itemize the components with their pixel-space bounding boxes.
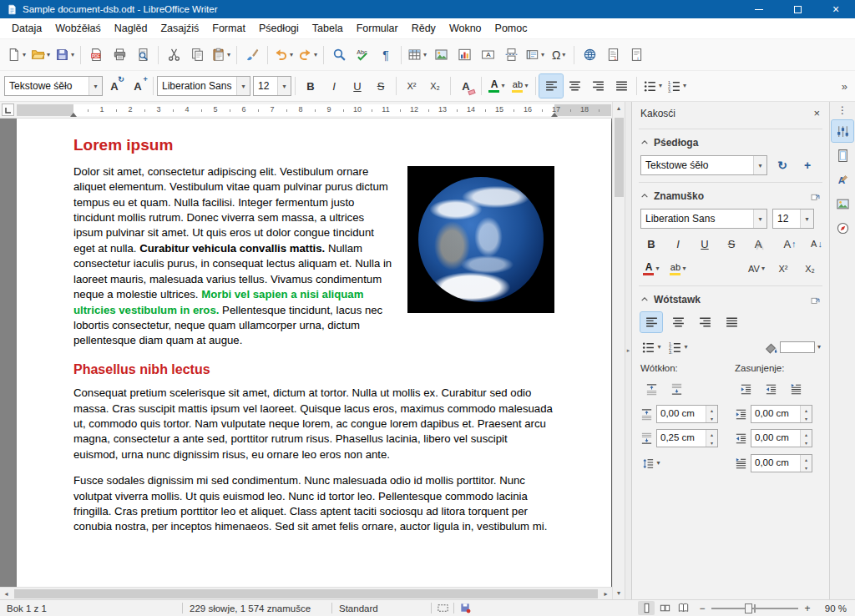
font-color-button[interactable]: A▾ (485, 74, 508, 98)
insert-hyperlink-button[interactable] (578, 43, 601, 67)
chevron-down-icon[interactable]: ▾ (236, 77, 250, 95)
insert-field-button[interactable]: ▾ (523, 43, 547, 67)
sidebar-bullet-list-button[interactable]: ▾ (640, 337, 662, 357)
menu-tools[interactable]: Rědy (405, 19, 443, 38)
sidebar-tab-styles[interactable] (832, 169, 853, 190)
multi-page-view-button[interactable] (656, 601, 673, 615)
chevron-down-icon[interactable]: ▾ (800, 210, 813, 228)
vertical-scrollbar[interactable]: ▴ ▾ (612, 102, 625, 599)
sidebar-numbered-list-button[interactable]: ▾ (667, 337, 689, 357)
toolbar-overflow-button[interactable]: » (837, 78, 852, 94)
menu-insert[interactable]: Zasajźiś (154, 19, 205, 38)
sidebar-superscript-button[interactable]: X² (772, 259, 794, 279)
sidebar-tab-gallery[interactable] (832, 193, 853, 215)
underline-button[interactable]: U (346, 74, 369, 98)
strikethrough-button[interactable]: S (369, 74, 392, 98)
spin-down-icon[interactable]: ▾ (801, 463, 812, 472)
sidebar-align-center-button[interactable] (667, 312, 689, 332)
font-size-combo[interactable]: 12 ▾ (253, 76, 291, 96)
scroll-left-button[interactable]: ◂ (0, 588, 13, 600)
character-spacing-button[interactable]: AV▾ (746, 259, 767, 279)
italic-button[interactable]: I (322, 74, 346, 98)
document-heading-2[interactable]: Phasellus nibh lectus (73, 362, 554, 377)
bold-button[interactable]: B (299, 74, 322, 98)
sidebar-strikethrough-button[interactable]: S (721, 234, 742, 254)
sidebar-align-left-button[interactable] (640, 312, 662, 332)
chevron-down-icon[interactable]: ▾ (753, 156, 766, 174)
chevron-down-icon[interactable]: ▾ (659, 83, 662, 89)
subscript-button[interactable]: X₂ (423, 74, 447, 98)
superscript-button[interactable]: X² (400, 74, 423, 98)
chevron-down-icon[interactable]: ▾ (682, 265, 686, 272)
shrink-font-button[interactable]: A↓ (806, 234, 827, 254)
numbered-list-button[interactable]: ▾ (665, 74, 689, 98)
find-replace-button[interactable] (327, 43, 351, 67)
chevron-down-icon[interactable]: ▾ (683, 83, 686, 89)
sidebar-italic-button[interactable]: I (667, 234, 689, 254)
cut-button[interactable] (162, 43, 185, 67)
spelling-button[interactable] (351, 43, 374, 67)
zoom-out-button[interactable]: − (696, 603, 708, 614)
paragraph-style-combo[interactable]: Tekstowe śěło ▾ (4, 76, 103, 96)
spacing-below-spinbox[interactable]: 0,25 cm ▴▾ (656, 429, 718, 447)
spin-up-icon[interactable]: ▴ (801, 430, 812, 438)
menu-view[interactable]: Naglěd (108, 19, 154, 38)
sidebar-new-style-button[interactable]: + (797, 156, 817, 174)
spin-down-icon[interactable]: ▾ (801, 438, 812, 447)
document-canvas[interactable]: Lorem ipsum Dolor sit amet, consectetur … (0, 119, 612, 587)
sidebar-shadow-button[interactable]: A (747, 234, 769, 254)
chevron-down-icon[interactable]: ▾ (761, 265, 765, 272)
document-modified-status[interactable] (454, 602, 476, 614)
bullet-list-button[interactable]: ▾ (640, 74, 665, 98)
document-paragraph-1[interactable]: Dolor sit amet, consectetur adipiscing e… (73, 164, 554, 349)
spin-down-icon[interactable]: ▾ (706, 414, 717, 422)
zoom-slider-thumb[interactable] (745, 603, 752, 613)
zoom-level[interactable]: 90 % (818, 603, 855, 613)
menu-file[interactable]: Dataja (5, 19, 48, 38)
chevron-down-icon[interactable]: ▾ (655, 265, 659, 272)
sidebar-align-right-button[interactable] (694, 312, 716, 332)
decrease-indent-button[interactable] (760, 379, 782, 399)
sidebar-align-justify-button[interactable] (721, 312, 742, 332)
chevron-down-icon[interactable]: ▾ (277, 77, 291, 95)
sidebar-font-size-combo[interactable]: 12 ▾ (772, 209, 814, 229)
menu-table[interactable]: Tabela (306, 19, 350, 38)
word-count-status[interactable]: 229 słowje, 1 574 znamušce (183, 603, 331, 613)
sidebar-update-style-button[interactable]: ↻ (772, 156, 792, 174)
print-button[interactable] (108, 43, 131, 67)
open-button[interactable]: ▾ (28, 43, 53, 67)
indent-before-spinbox[interactable]: 0,00 cm ▴▾ (751, 405, 812, 423)
page-number-status[interactable]: Bok 1 z 1 (0, 603, 182, 613)
zoom-in-button[interactable]: + (802, 603, 813, 614)
spin-up-icon[interactable]: ▴ (801, 406, 812, 414)
chevron-down-icon[interactable]: ▾ (656, 460, 660, 467)
sidebar-tab-page[interactable] (832, 144, 853, 166)
clone-formatting-button[interactable] (240, 43, 264, 67)
align-left-button[interactable] (539, 74, 563, 98)
zoom-slider[interactable] (711, 602, 798, 615)
copy-button[interactable] (185, 43, 209, 67)
sidebar-font-color-button[interactable]: A▾ (640, 259, 662, 279)
sidebar-underline-button[interactable]: U (694, 234, 716, 254)
chevron-down-icon[interactable]: ▾ (89, 77, 102, 95)
minimize-button[interactable] (740, 0, 778, 18)
spin-up-icon[interactable]: ▴ (801, 455, 812, 463)
document-heading-1[interactable]: Lorem ipsum (73, 136, 554, 154)
scroll-right-button[interactable]: ▸ (600, 588, 612, 600)
spinner-arrows[interactable]: ▴▾ (800, 430, 812, 447)
indent-after-spinbox[interactable]: 0,00 cm ▴▾ (751, 429, 812, 447)
font-name-combo[interactable]: Liberation Sans ▾ (157, 76, 250, 96)
indent-marker-right[interactable] (551, 113, 558, 117)
hanging-indent-button[interactable] (785, 379, 807, 399)
increase-spacing-button[interactable] (640, 379, 662, 399)
page-style-status[interactable]: Standard (332, 603, 431, 613)
update-style-button[interactable]: A↻ (103, 74, 126, 98)
paste-button[interactable]: ▾ (209, 43, 233, 67)
align-right-button[interactable] (586, 74, 610, 98)
insert-chart-button[interactable] (453, 43, 476, 67)
horizontal-ruler[interactable]: 123456789101112131415161718 (0, 102, 612, 119)
sidebar-splitter[interactable]: ▸ (625, 102, 631, 599)
spin-up-icon[interactable]: ▴ (706, 406, 717, 414)
insert-page-break-button[interactable] (499, 43, 523, 67)
menu-help[interactable]: Pomoc (488, 19, 534, 38)
